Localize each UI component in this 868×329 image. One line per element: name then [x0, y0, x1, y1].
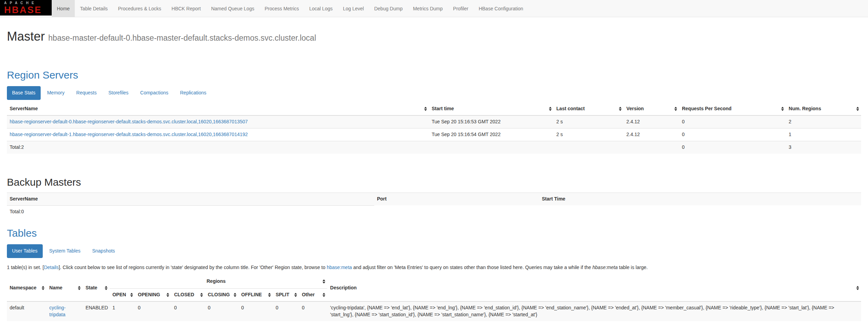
- nav-item-debug-dump[interactable]: Debug Dump: [369, 0, 408, 17]
- nav-item-profiler[interactable]: Profiler: [448, 0, 473, 17]
- closed-count-cell: 0: [171, 301, 205, 321]
- nav-link-log-level[interactable]: Log Level: [338, 0, 369, 17]
- note-text: ]. Click count below to see list of regi…: [59, 265, 327, 270]
- col-header-open[interactable]: OPEN: [110, 289, 135, 301]
- nav-item-log-level[interactable]: Log Level: [338, 0, 369, 17]
- col-header-name[interactable]: Name: [47, 275, 83, 301]
- sort-icon[interactable]: [200, 293, 203, 297]
- sort-icon[interactable]: [105, 286, 108, 290]
- tables-note: 1 table(s) in set. [Details]. Click coun…: [7, 264, 861, 271]
- total-row: Total:2 0 3: [7, 141, 861, 153]
- tab-replications-link[interactable]: Replications: [175, 86, 211, 100]
- nav-link-local-logs[interactable]: Local Logs: [304, 0, 338, 17]
- tab-requests[interactable]: Requests: [71, 86, 102, 100]
- col-header-regions-label: Regions: [207, 278, 226, 284]
- nav-item-local-logs[interactable]: Local Logs: [304, 0, 338, 17]
- sort-icon[interactable]: [42, 286, 44, 290]
- table-name-link[interactable]: cycling-tripdata: [49, 305, 65, 317]
- nav-item-hbase-configuration[interactable]: HBase Configuration: [473, 0, 528, 17]
- col-header-namespace-label: Namespace: [10, 285, 37, 290]
- sort-icon[interactable]: [856, 107, 859, 111]
- nav-link-procedures-locks[interactable]: Procedures & Locks: [113, 0, 166, 17]
- nav-item-home[interactable]: Home: [52, 0, 75, 17]
- requests-per-second-cell: 0: [679, 115, 786, 128]
- regionserver-link[interactable]: hbase-regionserver-default-1.hbase-regio…: [10, 132, 248, 137]
- nav-item-process-metrics[interactable]: Process Metrics: [259, 0, 304, 17]
- nav-item-metrics-dump[interactable]: Metrics Dump: [408, 0, 448, 17]
- details-link[interactable]: Details: [44, 265, 59, 270]
- region-servers-tabs: Base Stats Memory Requests Storefiles Co…: [7, 86, 861, 100]
- logo-apache-text: APACHE: [4, 1, 52, 5]
- sort-icon[interactable]: [166, 293, 169, 297]
- nav-link-home[interactable]: Home: [52, 0, 75, 17]
- sort-icon[interactable]: [549, 107, 552, 111]
- total-label: Total:2: [7, 141, 429, 153]
- regionserver-link[interactable]: hbase-regionserver-default-0.hbase-regio…: [10, 119, 248, 124]
- col-header-start-time[interactable]: Start time: [429, 103, 554, 115]
- tab-storefiles[interactable]: Storefiles: [103, 86, 133, 100]
- sort-icon[interactable]: [323, 293, 325, 297]
- nav-item-hbck-report[interactable]: HBCK Report: [166, 0, 206, 17]
- sort-icon[interactable]: [78, 286, 81, 290]
- col-header-namespace[interactable]: Namespace: [7, 275, 47, 301]
- tab-system-tables-link[interactable]: System Tables: [44, 244, 86, 258]
- hbase-meta-italic: hbase:meta: [592, 265, 617, 270]
- tab-snapshots-link[interactable]: Snapshots: [87, 244, 120, 258]
- sort-icon[interactable]: [674, 107, 677, 111]
- col-header-regions-group[interactable]: Regions: [110, 275, 327, 288]
- tab-compactions-link[interactable]: Compactions: [135, 86, 174, 100]
- sort-icon[interactable]: [234, 293, 236, 297]
- hbase-meta-link[interactable]: hbase:meta: [327, 265, 352, 270]
- tab-replications[interactable]: Replications: [175, 86, 211, 100]
- nav-link-process-metrics[interactable]: Process Metrics: [259, 0, 304, 17]
- sort-icon[interactable]: [130, 293, 133, 297]
- col-header-servername[interactable]: ServerName: [7, 103, 429, 115]
- col-header-num-regions[interactable]: Num. Regions: [786, 103, 861, 115]
- sort-icon[interactable]: [424, 107, 427, 111]
- tab-memory-link[interactable]: Memory: [42, 86, 70, 100]
- open-count[interactable]: 1: [112, 305, 115, 310]
- col-header-offline[interactable]: OFFLINE: [238, 289, 273, 301]
- sort-icon[interactable]: [781, 107, 784, 111]
- total-requests-per-second: 0: [679, 141, 786, 153]
- col-header-state[interactable]: State: [83, 275, 110, 301]
- col-header-other[interactable]: Other: [299, 289, 327, 301]
- tab-snapshots[interactable]: Snapshots: [87, 244, 120, 258]
- col-header-start-time: Start Time: [539, 193, 861, 205]
- nav-link-metrics-dump[interactable]: Metrics Dump: [408, 0, 448, 17]
- nav-link-profiler[interactable]: Profiler: [448, 0, 473, 17]
- tab-requests-link[interactable]: Requests: [71, 86, 102, 100]
- nav-item-table-details[interactable]: Table Details: [75, 0, 113, 17]
- nav-link-hbase-configuration[interactable]: HBase Configuration: [473, 0, 528, 17]
- nav-link-table-details[interactable]: Table Details: [75, 0, 113, 17]
- col-header-opening[interactable]: OPENING: [135, 289, 171, 301]
- col-header-description[interactable]: Description: [327, 275, 861, 301]
- sort-icon[interactable]: [323, 279, 325, 284]
- nav-link-hbck-report[interactable]: HBCK Report: [166, 0, 206, 17]
- tab-user-tables[interactable]: User Tables: [7, 244, 43, 258]
- col-header-version[interactable]: Version: [624, 103, 679, 115]
- tables-heading: Tables: [7, 227, 861, 239]
- nav-link-named-queue-logs[interactable]: Named Queue Logs: [206, 0, 259, 17]
- sort-icon[interactable]: [294, 293, 297, 297]
- sort-icon[interactable]: [268, 293, 271, 297]
- top-navbar: APACHE HBASE Home Table Details Procedur…: [0, 0, 868, 17]
- tab-system-tables[interactable]: System Tables: [44, 244, 86, 258]
- tab-user-tables-link[interactable]: User Tables: [7, 244, 43, 258]
- sort-icon[interactable]: [619, 107, 622, 111]
- sort-icon[interactable]: [856, 286, 859, 290]
- tab-storefiles-link[interactable]: Storefiles: [103, 86, 133, 100]
- tab-compactions[interactable]: Compactions: [135, 86, 174, 100]
- col-header-closed[interactable]: CLOSED: [171, 289, 205, 301]
- tab-base-stats-link[interactable]: Base Stats: [7, 86, 41, 100]
- nav-item-named-queue-logs[interactable]: Named Queue Logs: [206, 0, 259, 17]
- tab-base-stats[interactable]: Base Stats: [7, 86, 41, 100]
- nav-item-procedures-locks[interactable]: Procedures & Locks: [113, 0, 166, 17]
- col-header-last-contact[interactable]: Last contact: [554, 103, 624, 115]
- tab-memory[interactable]: Memory: [42, 86, 70, 100]
- col-header-requests-per-second[interactable]: Requests Per Second: [679, 103, 786, 115]
- nav-link-debug-dump[interactable]: Debug Dump: [369, 0, 408, 17]
- col-header-split[interactable]: SPLIT: [273, 289, 299, 301]
- col-header-closing[interactable]: CLOSING: [205, 289, 238, 301]
- requests-per-second-cell: 0: [679, 128, 786, 141]
